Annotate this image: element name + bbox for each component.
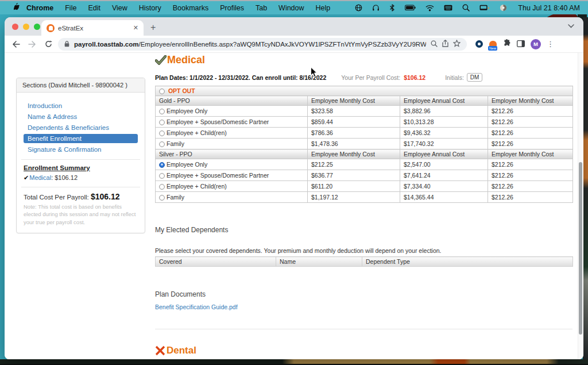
new-tab-button[interactable]: +: [150, 22, 156, 33]
tab-strip: eStratEx ✕ +: [5, 17, 583, 36]
toast-favicon-icon: [47, 24, 55, 32]
opt-out-radio[interactable]: [159, 89, 165, 94]
display-mirror-icon[interactable]: [479, 5, 490, 11]
globe-icon[interactable]: [355, 4, 362, 11]
chrome-browser-window: eStratEx ✕ + payroll.toasttab.com/Employ…: [5, 17, 583, 359]
close-tab-icon[interactable]: ✕: [133, 25, 138, 31]
share-icon[interactable]: [442, 39, 448, 49]
plan-option-label: Employee + Child(ren): [167, 129, 227, 136]
benefit-guide-pdf-link[interactable]: Benefit Specification Guide.pdf: [155, 303, 238, 310]
browser-menu-icon[interactable]: ⋮: [547, 40, 554, 48]
apple-menu[interactable]: [8, 3, 21, 13]
plan-option-radio[interactable]: [159, 173, 165, 179]
menubar-item-history[interactable]: History: [133, 4, 167, 12]
address-bar[interactable]: payroll.toasttab.com/Employee/enrollInBe…: [58, 38, 467, 51]
sidebar-item-dependents-beneficiaries[interactable]: Dependents & Beneficiaries: [24, 123, 138, 132]
menubar-item-tab[interactable]: Tab: [250, 4, 273, 12]
spotlight-icon[interactable]: [462, 4, 470, 11]
plan-option-radio[interactable]: [159, 120, 165, 125]
extensions-puzzle-icon[interactable]: [503, 39, 511, 49]
dental-declined-x-icon: [155, 345, 165, 356]
menubar-item-profiles[interactable]: Profiles: [214, 4, 250, 12]
employee-annual-cost-cell: $10,313.28: [400, 117, 488, 128]
menubar-item-window[interactable]: Window: [273, 4, 310, 12]
menubar-clock[interactable]: Thu Jul 21 8:40 AM: [518, 4, 580, 12]
back-button[interactable]: [10, 38, 22, 51]
vertical-scrollbar[interactable]: [578, 53, 583, 359]
summary-medical-link[interactable]: Medical: [29, 174, 51, 181]
plan-option-radio[interactable]: [159, 130, 165, 136]
initials-field[interactable]: DM: [467, 73, 483, 82]
opt-out-cell: OPT OUT: [156, 86, 573, 96]
plan-dates-line: Plan Dates: 1/1/2022 - 12/31/2022. Can e…: [155, 73, 572, 82]
scrollbar-thumb[interactable]: [579, 162, 582, 335]
plan-option-label: Family: [167, 140, 184, 147]
plan-option-radio[interactable]: [159, 195, 165, 201]
section-divider: [155, 329, 572, 329]
forward-button[interactable]: [26, 38, 38, 51]
menubar-item-bookmarks[interactable]: Bookmarks: [167, 4, 215, 12]
menubar-item-edit[interactable]: Edit: [82, 4, 106, 12]
medical-section-header: Medical: [155, 54, 572, 66]
minimize-window-button[interactable]: [23, 24, 29, 30]
menubar-item-help[interactable]: Help: [310, 4, 336, 12]
sidebar-item-benefit-enrollment[interactable]: Benefit Enrollment: [24, 134, 138, 143]
plan-option-radio[interactable]: [159, 162, 165, 168]
total-cost-note: Note: This total cost is based on benefi…: [24, 203, 138, 226]
total-cost-line: Total Cost Per Payroll: $106.12: [24, 192, 138, 201]
zoom-window-button[interactable]: [34, 24, 40, 30]
employee-annual-cost-cell: $9,436.32: [400, 128, 488, 139]
bluetooth-icon[interactable]: [389, 4, 395, 11]
headphones-icon[interactable]: [372, 4, 380, 11]
url-path: /Employee/enrollInBenefits.aspx?aWQ9MTcy…: [138, 41, 426, 48]
plan-option-label: Family: [167, 194, 184, 201]
browser-tab-estratex[interactable]: eStratEx ✕: [41, 20, 144, 36]
menubar-item-chrome[interactable]: Chrome: [21, 4, 59, 12]
initials-label: Initials:: [445, 74, 464, 81]
wifi-icon[interactable]: [425, 5, 434, 11]
opt-out-row: OPT OUT: [156, 86, 573, 96]
profile-avatar[interactable]: M: [531, 39, 541, 49]
employee-monthly-cost-cell: $212.25: [308, 159, 400, 170]
apple-logo-icon: [14, 3, 21, 11]
payroll-cost-label: Your Per Payroll Cost:: [341, 74, 400, 81]
sidebar-item-name-address[interactable]: Name & Address: [24, 112, 138, 121]
plan-option-label: Employee + Spouse/Domestic Partner: [167, 172, 269, 179]
employee-annual-cost-cell: $2,547.00: [400, 159, 488, 170]
plan-option-radio[interactable]: [159, 109, 165, 114]
lock-icon[interactable]: [64, 39, 69, 49]
page-content: Sections (David Mitchell - 98900042 ) In…: [5, 53, 583, 359]
payroll-cost-value: $106.12: [404, 74, 425, 81]
menubar-item-view[interactable]: View: [106, 4, 133, 12]
plan-name-cell: Silver - PPO: [156, 149, 308, 159]
menubar-item-file[interactable]: File: [59, 4, 82, 12]
desktop-screen: Chrome File Edit View History Bookmarks …: [0, 0, 588, 365]
sidebar-item-introduction[interactable]: Introduction: [24, 101, 138, 110]
plan-option-cell: Employee + Spouse/Domestic Partner: [156, 170, 308, 181]
employee-annual-cost-cell: $7,641.24: [400, 170, 488, 181]
employee-monthly-cost-cell: $636.77: [308, 170, 400, 181]
sidebar-item-signature-confirmation[interactable]: Signature & Confirmation: [24, 145, 138, 154]
plan-option-cell: Employee + Child(ren): [156, 181, 308, 192]
plan-option-radio[interactable]: [159, 141, 165, 147]
toast-extension-icon[interactable]: New: [489, 41, 497, 48]
plan-option-label: Employee + Child(ren): [167, 183, 227, 190]
plan-option-row: Employee Only$323.58$3,882.96$212.26: [156, 106, 573, 117]
sections-panel: Sections (David Mitchell - 98900042 ) In…: [16, 78, 145, 233]
okta-extension-icon[interactable]: [475, 40, 483, 48]
dependents-instruction: Please select your covered dependents. Y…: [155, 247, 572, 254]
summary-medical-amount: : $106.12: [51, 174, 78, 181]
side-panel-icon[interactable]: [517, 39, 525, 49]
reload-button[interactable]: [42, 38, 55, 51]
close-window-button[interactable]: [12, 24, 18, 30]
control-center-icon[interactable]: [500, 4, 507, 11]
plan-option-radio[interactable]: [159, 184, 165, 190]
employer-monthly-cost-cell: $212.26: [488, 106, 573, 117]
total-cost-label: Total Cost Per Payroll:: [24, 194, 91, 201]
keyboard-icon[interactable]: [444, 5, 452, 11]
battery-icon[interactable]: [405, 5, 416, 11]
zoom-page-icon[interactable]: [431, 39, 438, 49]
tab-search-chevron-icon[interactable]: [568, 20, 574, 30]
plan-option-cell: Employee + Spouse/Domestic Partner: [156, 117, 308, 128]
bookmark-star-icon[interactable]: [453, 39, 461, 49]
